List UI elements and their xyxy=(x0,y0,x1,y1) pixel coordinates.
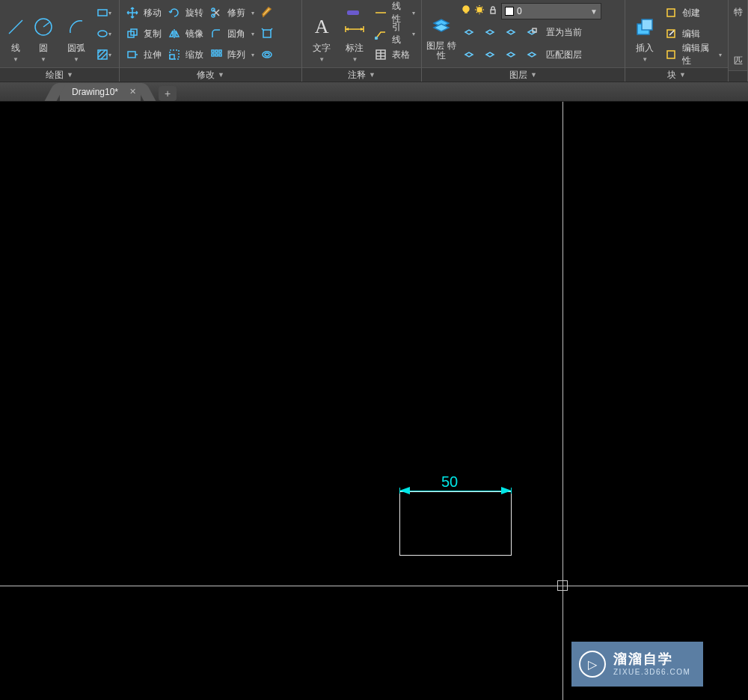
offset-icon[interactable] xyxy=(259,45,275,64)
svg-rect-13 xyxy=(219,50,221,52)
svg-point-23 xyxy=(477,7,482,12)
layer-mini2[interactable] xyxy=(482,22,498,42)
tool-edit-attr[interactable]: 编辑属性▾ xyxy=(663,45,723,64)
tool-copy[interactable]: 复制 xyxy=(124,24,163,43)
trim-icon xyxy=(209,6,223,19)
svg-point-18 xyxy=(263,52,272,58)
layer-mini6[interactable] xyxy=(482,45,498,64)
props-partial-label: 特 xyxy=(734,6,743,19)
tool-layer-props[interactable]: 图层 特性 xyxy=(426,7,456,61)
tool-linetype[interactable]: 线性▾ xyxy=(373,3,417,22)
tool-rotate[interactable]: 旋转 xyxy=(166,3,205,22)
svg-point-20 xyxy=(375,37,378,40)
tool-text[interactable]: A 文字 ▼ xyxy=(307,3,337,63)
tool-arc-label: 圆弧 xyxy=(67,42,85,55)
tool-table[interactable]: 表格 xyxy=(373,45,417,64)
panel-props-partial: 特 匹 xyxy=(729,0,748,82)
svg-rect-27 xyxy=(642,19,652,30)
tool-array[interactable]: 阵列▾ xyxy=(208,45,256,64)
layer-mini5[interactable] xyxy=(461,45,477,64)
panel-annotation: A 文字 ▼ 标注 ▼ 线性▾ 引线▾ 表格 注释▼ xyxy=(302,0,422,82)
layer-mini4[interactable] xyxy=(524,22,540,42)
table-icon xyxy=(374,48,387,61)
svg-point-22 xyxy=(463,6,469,12)
dimension-value[interactable]: 50 xyxy=(441,473,458,491)
erase-icon[interactable] xyxy=(259,3,275,22)
tool-stretch[interactable]: 拉伸 xyxy=(124,45,163,64)
panel-draw-title[interactable]: 绘图▼ xyxy=(0,67,119,82)
match-partial-label: 匹 xyxy=(734,55,743,67)
layer-mini7[interactable] xyxy=(503,45,519,64)
leader-icon xyxy=(374,27,387,40)
svg-rect-11 xyxy=(212,50,214,52)
layer-mini3[interactable] xyxy=(503,22,519,42)
tool-circle[interactable]: 圆 ▼ xyxy=(30,3,57,63)
tool-move[interactable]: 移动 xyxy=(124,3,163,22)
layer-bulb-icon xyxy=(461,4,471,18)
tool-line[interactable]: 线 ▼ xyxy=(4,3,27,63)
watermark-subtitle: ZIXUE.3D66.COM xyxy=(613,668,690,677)
tool-fillet[interactable]: 圆角▾ xyxy=(208,24,256,43)
dimension-line[interactable] xyxy=(399,491,512,491)
tool-scale[interactable]: 缩放 xyxy=(166,45,205,64)
tool-insert[interactable]: 插入 ▼ xyxy=(630,3,660,63)
dimension-arrow-right xyxy=(501,487,512,494)
panel-layer-title[interactable]: 图层▼ xyxy=(422,67,625,82)
hatch-icon[interactable]: ▾ xyxy=(96,45,112,64)
panel-annot-title[interactable]: 注释▼ xyxy=(302,67,421,82)
tool-leader[interactable]: 引线▾ xyxy=(373,24,417,43)
svg-rect-7 xyxy=(170,55,174,59)
tool-matchlayer[interactable]: 匹配图层 xyxy=(545,45,583,64)
watermark-logo-icon: ▷ xyxy=(579,651,606,678)
svg-rect-12 xyxy=(215,50,218,52)
tool-mirror[interactable]: 镜像 xyxy=(166,24,205,43)
tool-setcurrent[interactable]: 置为当前 xyxy=(545,22,583,42)
tool-trim[interactable]: 修剪▾ xyxy=(208,3,256,22)
panel-modify-title[interactable]: 修改▼ xyxy=(120,67,301,82)
drawing-canvas[interactable]: 50 ▷ 溜溜自学 ZIXUE.3D66.COM xyxy=(0,102,748,700)
layer-dropdown[interactable]: 0 ▼ xyxy=(501,3,601,19)
mirror-icon xyxy=(168,27,181,40)
svg-rect-6 xyxy=(128,52,135,58)
panel-block-title[interactable]: 块▼ xyxy=(625,67,728,82)
modify-extra-col xyxy=(259,3,275,64)
layer-lock-icon xyxy=(488,4,498,18)
layer-current-value: 0 xyxy=(517,6,587,16)
tool-circle-label: 圆 xyxy=(39,42,48,55)
tool-arc[interactable]: 圆弧 ▼ xyxy=(60,3,93,63)
svg-point-2 xyxy=(98,31,107,37)
document-tab[interactable]: Drawing10* ✕ xyxy=(60,83,141,101)
circle-icon xyxy=(31,15,55,39)
panel-modify: 移动 复制 拉伸 旋转 镜像 缩放 修剪▾ 圆角▾ 阵列▾ 修改▼ xyxy=(120,0,302,82)
close-icon[interactable]: ✕ xyxy=(129,87,136,96)
drawn-rectangle[interactable] xyxy=(399,491,512,556)
dimension-arrow-left xyxy=(399,487,410,494)
linetype-icon xyxy=(374,6,387,19)
ellipse-icon[interactable]: ▾ xyxy=(96,24,112,43)
layers-icon xyxy=(429,14,453,38)
svg-rect-15 xyxy=(215,54,218,56)
cursor-pickbox xyxy=(557,580,568,591)
move-icon xyxy=(126,6,139,19)
add-tab-button[interactable]: + xyxy=(159,86,177,101)
tool-dimension[interactable]: 标注 ▼ xyxy=(340,3,370,63)
text-icon: A xyxy=(310,15,334,39)
layer-mini8[interactable] xyxy=(524,45,540,64)
tool-create-block[interactable]: 创建 xyxy=(663,3,723,22)
explode-icon[interactable] xyxy=(259,24,275,43)
svg-rect-1 xyxy=(98,10,107,16)
svg-rect-28 xyxy=(667,9,675,16)
layer-mini1[interactable] xyxy=(461,22,477,42)
edit-attr-icon xyxy=(664,48,678,61)
tool-line-label: 线 xyxy=(11,42,20,55)
tool-edit-block[interactable]: 编辑 xyxy=(663,24,723,43)
scale-icon xyxy=(168,48,181,61)
svg-rect-14 xyxy=(212,54,214,56)
svg-rect-25 xyxy=(533,28,536,32)
rect-icon[interactable]: ▾ xyxy=(96,3,112,22)
arc-icon xyxy=(64,15,88,39)
panel-layer: 图层 特性 0 ▼ xyxy=(422,0,625,82)
ribbon: 线 ▼ 圆 ▼ 圆弧 ▼ ▾ ▾ ▾ 绘图▼ 移动 xyxy=(0,0,748,82)
create-block-icon xyxy=(664,6,678,19)
crosshair-vertical xyxy=(562,102,563,700)
